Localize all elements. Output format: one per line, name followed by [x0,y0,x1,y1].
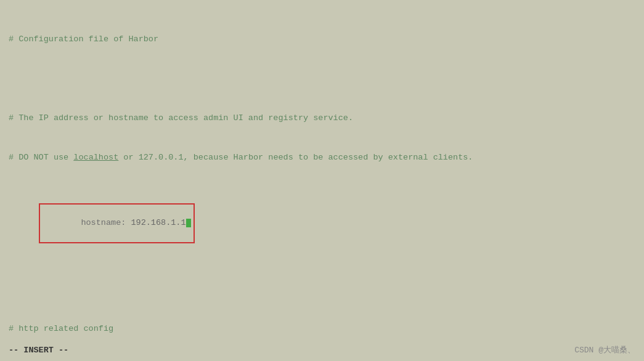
cursor [186,219,191,227]
bottom-bar: -- INSERT -- CSDN @大喵桑、 [9,344,635,357]
comment-1: # Configuration file of Harbor [9,34,158,44]
code-content: # Configuration file of Harbor # The IP … [9,6,635,361]
hostname-highlight-box: hostname: 192.168.1.1 [39,203,195,243]
hostname-key: hostname: [81,218,126,227]
line-1: # Configuration file of Harbor [9,33,635,46]
line-5: # http related config [9,322,635,335]
line-4: hostname: 192.168.1.1 [9,190,635,256]
comment-2: # The IP address or hostname to access a… [9,113,353,123]
watermark-text: CSDN @大喵桑、 [574,344,635,357]
comment-3: # DO NOT use localhost or 127.0.0.1, bec… [9,153,473,162]
comment-5: # http related config [9,324,113,333]
line-empty-2 [9,283,635,296]
hostname-value: 192.168.1.1 [126,218,185,227]
insert-mode-label: -- INSERT -- [9,344,68,357]
line-empty-1 [9,72,635,85]
terminal-window: # Configuration file of Harbor # The IP … [0,0,644,361]
line-2: # The IP address or hostname to access a… [9,112,635,124]
line-3: # DO NOT use localhost or 127.0.0.1, bec… [9,151,635,164]
